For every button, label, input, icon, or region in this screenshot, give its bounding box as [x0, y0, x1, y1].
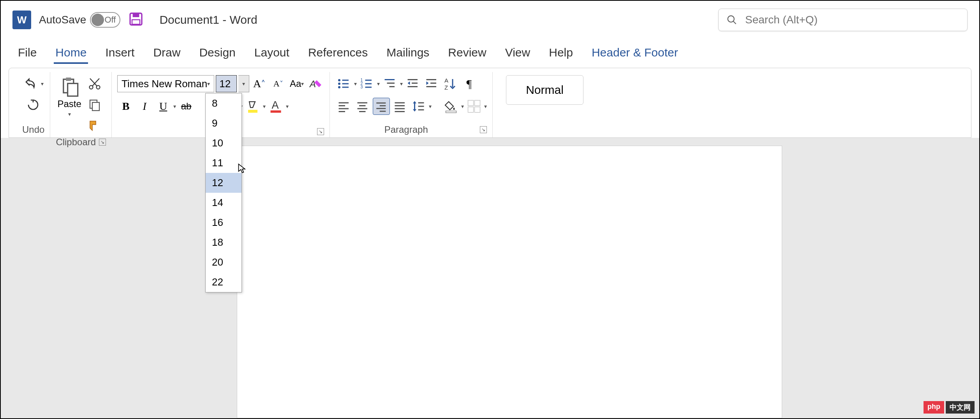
bullets-button[interactable]	[335, 75, 353, 92]
shading-button[interactable]	[442, 98, 460, 115]
borders-dropdown-icon[interactable]: ▾	[484, 103, 487, 109]
group-undo: ▾ Undo	[17, 72, 50, 137]
font-size-option[interactable]: 18	[206, 232, 241, 252]
font-size-option[interactable]: 8	[206, 93, 241, 113]
undo-dropdown-icon[interactable]: ▾	[41, 81, 44, 87]
font-size-option[interactable]: 16	[206, 213, 241, 232]
increase-indent-button[interactable]	[423, 75, 440, 92]
tab-view[interactable]: View	[504, 43, 532, 64]
line-spacing-dropdown-icon[interactable]: ▾	[429, 103, 432, 109]
tab-draw[interactable]: Draw	[152, 43, 182, 64]
strikethrough-button[interactable]: ab	[178, 98, 195, 115]
tab-home[interactable]: Home	[54, 43, 88, 64]
ribbon: ▾ Undo Paste ▾	[9, 68, 971, 138]
align-center-button[interactable]	[354, 98, 371, 115]
font-size-dropdown-button[interactable]: ▾	[238, 75, 249, 92]
font-size-option[interactable]: 11	[206, 153, 241, 173]
svg-text:A: A	[309, 79, 316, 89]
tab-layout[interactable]: Layout	[253, 43, 291, 64]
document-area	[1, 138, 979, 418]
sort-button[interactable]: AZ	[442, 75, 459, 92]
underline-dropdown-icon[interactable]: ▾	[173, 103, 176, 109]
document-page[interactable]	[237, 146, 782, 418]
clear-formatting-button[interactable]: A	[307, 75, 324, 92]
numbering-icon: 123	[360, 77, 374, 91]
numbering-dropdown-icon[interactable]: ▾	[377, 81, 380, 87]
word-app-icon: W	[12, 11, 31, 29]
bold-button[interactable]: B	[117, 98, 134, 115]
shading-dropdown-icon[interactable]: ▾	[461, 103, 464, 109]
search-box[interactable]	[718, 9, 968, 31]
multilevel-icon	[383, 77, 397, 91]
italic-button[interactable]: I	[136, 98, 153, 115]
font-size-option[interactable]: 14	[206, 193, 241, 213]
justify-icon	[393, 99, 407, 113]
paste-dropdown-icon[interactable]: ▾	[68, 111, 71, 117]
undo-icon	[24, 77, 38, 91]
font-color-dropdown-icon[interactable]: ▾	[286, 103, 289, 109]
clipboard-dialog-launcher[interactable]: ↘	[99, 139, 106, 146]
svg-rect-2	[132, 20, 140, 25]
tab-design[interactable]: Design	[197, 43, 237, 64]
search-input[interactable]	[745, 14, 959, 26]
style-normal[interactable]: Normal	[506, 75, 583, 105]
svg-point-20	[338, 83, 340, 85]
font-size-option[interactable]: 12	[206, 173, 241, 193]
line-spacing-button[interactable]	[410, 98, 427, 115]
cut-button[interactable]	[86, 75, 103, 92]
decrease-indent-button[interactable]	[404, 75, 421, 92]
change-case-button[interactable]: Aa ▾	[288, 75, 305, 92]
group-font: Times New Roman ▾ 12 ▾ A˄ A˅ Aa ▾ A	[112, 72, 330, 137]
tab-file[interactable]: File	[16, 43, 38, 64]
align-right-icon	[375, 99, 388, 113]
chevron-down-icon: ▾	[242, 81, 245, 87]
tab-references[interactable]: References	[307, 43, 369, 64]
underline-button[interactable]: U	[155, 98, 172, 115]
align-right-button[interactable]	[373, 98, 390, 115]
bullets-icon	[337, 77, 351, 91]
bullets-dropdown-icon[interactable]: ▾	[354, 81, 357, 87]
justify-button[interactable]	[391, 98, 409, 115]
paragraph-dialog-launcher[interactable]: ↘	[480, 126, 487, 133]
svg-rect-6	[66, 77, 71, 81]
font-name-selector[interactable]: Times New Roman ▾	[117, 75, 214, 92]
svg-text:Z: Z	[444, 84, 448, 91]
svg-line-4	[733, 21, 736, 24]
font-size-option[interactable]: 22	[206, 272, 241, 292]
svg-point-22	[338, 86, 340, 88]
tab-help[interactable]: Help	[547, 43, 575, 64]
font-size-input[interactable]: 12	[216, 75, 237, 92]
numbering-button[interactable]: 123	[358, 75, 375, 92]
svg-point-18	[338, 79, 340, 81]
multilevel-button[interactable]	[381, 75, 398, 92]
tab-insert[interactable]: Insert	[104, 43, 136, 64]
font-size-option[interactable]: 10	[206, 133, 241, 153]
font-color-button[interactable]: A	[267, 98, 284, 115]
paste-button[interactable]: Paste ▾	[56, 75, 83, 119]
show-hide-button[interactable]: ¶	[460, 75, 478, 92]
font-dialog-launcher[interactable]: ↘	[317, 128, 324, 135]
tab-mailings[interactable]: Mailings	[385, 43, 431, 64]
grow-font-button[interactable]: A˄	[251, 75, 268, 92]
toggle-knob	[92, 14, 104, 26]
redo-icon	[26, 98, 40, 112]
copy-button[interactable]	[86, 96, 103, 113]
undo-button[interactable]	[22, 75, 39, 92]
font-size-option[interactable]: 20	[206, 252, 241, 272]
tab-header-footer[interactable]: Header & Footer	[590, 43, 680, 64]
highlight-dropdown-icon[interactable]: ▾	[263, 103, 266, 109]
shrink-font-button[interactable]: A˅	[270, 75, 287, 92]
align-left-button[interactable]	[335, 98, 353, 115]
highlight-button[interactable]	[244, 98, 261, 115]
multilevel-dropdown-icon[interactable]: ▾	[400, 81, 403, 87]
borders-button[interactable]	[465, 98, 483, 115]
format-painter-button[interactable]	[86, 117, 103, 134]
font-size-option[interactable]: 9	[206, 113, 241, 133]
autosave-toggle[interactable]: Off	[90, 12, 120, 28]
autosave-control[interactable]: AutoSave Off	[39, 12, 120, 28]
save-button[interactable]	[128, 11, 144, 28]
font-color-icon: A	[269, 99, 283, 113]
redo-button[interactable]	[25, 96, 42, 113]
cut-icon	[88, 77, 102, 91]
tab-review[interactable]: Review	[446, 43, 488, 64]
